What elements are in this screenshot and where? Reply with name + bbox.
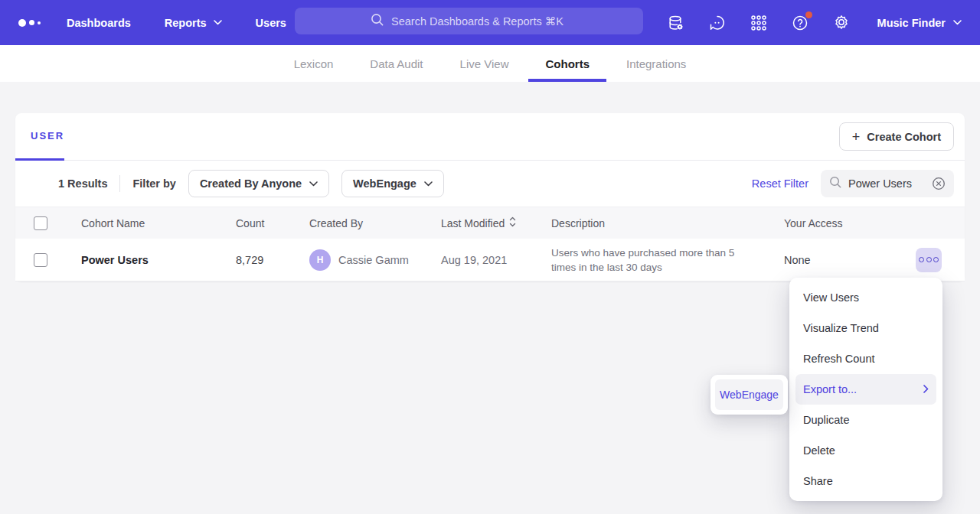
menu-item-visualize-trend[interactable]: Visualize Trend (795, 313, 936, 343)
sort-icon[interactable] (509, 216, 516, 229)
feedback-chat-icon[interactable] (707, 13, 727, 33)
column-header-your-access[interactable]: Your Access (784, 217, 916, 229)
count-cell: 8,729 (236, 254, 309, 266)
row-actions-context-menu: View Users Visualize Trend Refresh Count… (789, 278, 942, 501)
export-to-submenu: WebEngage (710, 375, 788, 415)
created-by-cell: H Cassie Gamm (309, 249, 441, 271)
column-header-description[interactable]: Description (551, 217, 784, 229)
dot-icon (919, 257, 924, 262)
menu-item-label: Export to... (803, 383, 857, 395)
nav-item-label: Dashboards (67, 17, 131, 29)
apps-grid-icon[interactable] (749, 13, 769, 33)
column-header-label: Last Modified (441, 217, 505, 229)
card-header: USER + Create Cohort (15, 113, 965, 161)
cohort-name-cell[interactable]: Power Users (81, 254, 236, 266)
reset-filter-link[interactable]: Reset Filter (752, 177, 808, 190)
menu-item-label: Visualize Trend (803, 322, 879, 334)
column-header-label: Your Access (784, 217, 843, 229)
column-header-cohort-name[interactable]: Cohort Name (81, 217, 236, 229)
row-checkbox[interactable] (34, 253, 47, 267)
table-row[interactable]: Power Users 8,729 H Cassie Gamm Aug 19, … (15, 239, 965, 281)
nav-item-label: Reports (165, 17, 207, 29)
tab-label: Data Audit (370, 57, 423, 70)
global-search-input[interactable] (391, 15, 567, 28)
last-modified-cell: Aug 19, 2021 (441, 254, 551, 266)
cohort-search-box[interactable] (821, 170, 954, 197)
created-by-dropdown[interactable]: Created By Anyone (188, 170, 329, 197)
column-header-created-by[interactable]: Created By (309, 217, 441, 229)
menu-item-label: Duplicate (803, 414, 849, 426)
integration-filter-dropdown[interactable]: WebEngage (341, 170, 444, 197)
description-cell: Users who have purchased more than 5 tim… (551, 246, 743, 275)
filter-by-label: Filter by (132, 177, 175, 190)
search-icon (829, 176, 841, 191)
integration-dropdown-value: WebEngage (353, 177, 416, 190)
nav-right-cluster: Music Finder (666, 13, 962, 33)
cohort-search-input[interactable] (848, 177, 925, 190)
nav-item-reports[interactable]: Reports (165, 17, 222, 29)
table-header-row: Cohort Name Count Created By Last Modifi… (15, 207, 965, 239)
menu-item-share[interactable]: Share (795, 466, 936, 496)
menu-item-label: Refresh Count (803, 353, 875, 365)
row-more-actions-button[interactable] (916, 248, 942, 272)
chevron-down-icon (424, 181, 433, 187)
menu-item-refresh-count[interactable]: Refresh Count (795, 343, 936, 374)
menu-item-export-to[interactable]: Export to... (795, 374, 936, 405)
nav-item-label: Users (256, 17, 286, 29)
notification-badge (805, 11, 812, 18)
section-tabbar: Lexicon Data Audit Live View Cohorts Int… (0, 45, 980, 82)
select-all-checkbox[interactable] (34, 216, 47, 230)
divider (119, 175, 120, 192)
chevron-down-icon (214, 20, 222, 25)
project-name: Music Finder (877, 17, 946, 29)
settings-gear-icon[interactable] (831, 13, 851, 33)
menu-item-duplicate[interactable]: Duplicate (795, 405, 936, 435)
column-header-label: Description (551, 217, 605, 229)
search-icon (371, 13, 384, 29)
column-header-last-modified[interactable]: Last Modified (441, 216, 551, 229)
filter-toolbar: 1 Results Filter by Created By Anyone We… (15, 161, 965, 207)
help-icon[interactable] (790, 13, 810, 33)
tab-live-view[interactable]: Live View (460, 45, 509, 82)
menu-item-view-users[interactable]: View Users (795, 282, 936, 313)
nav-item-users[interactable]: Users (256, 17, 286, 29)
clear-search-icon[interactable] (932, 177, 946, 190)
chevron-down-icon (953, 20, 962, 25)
created-by-name: Cassie Gamm (338, 254, 409, 266)
dot-icon (926, 257, 932, 262)
tab-user-cohorts[interactable]: USER (15, 114, 64, 161)
tab-label: Integrations (626, 57, 686, 70)
menu-item-delete[interactable]: Delete (795, 435, 936, 466)
tab-label: Cohorts (545, 57, 590, 70)
tab-integrations[interactable]: Integrations (626, 45, 686, 82)
top-navigation-bar: Dashboards Reports Users (0, 0, 980, 45)
submenu-item-webengage[interactable]: WebEngage (715, 379, 783, 410)
global-search[interactable] (295, 8, 643, 34)
primary-nav: Dashboards Reports Users (67, 17, 286, 29)
avatar: H (309, 249, 331, 271)
tab-cohorts[interactable]: Cohorts (545, 45, 590, 82)
your-access-cell: None (784, 254, 916, 266)
chevron-down-icon (309, 181, 318, 187)
dot-icon (933, 257, 939, 262)
tab-label: Live View (460, 57, 509, 70)
created-by-dropdown-value: Created By Anyone (200, 177, 302, 190)
mixpanel-logo-icon[interactable] (18, 19, 41, 27)
tab-label: Lexicon (294, 57, 334, 70)
data-management-icon[interactable] (666, 13, 686, 33)
results-count: 1 Results (58, 177, 107, 190)
chevron-right-icon (923, 383, 929, 395)
create-cohort-button[interactable]: + Create Cohort (839, 122, 954, 151)
column-header-label: Cohort Name (81, 217, 145, 229)
project-switcher[interactable]: Music Finder (877, 17, 962, 29)
menu-item-label: Delete (803, 444, 835, 457)
cohorts-card: USER + Create Cohort 1 Results Filter by… (15, 113, 965, 281)
column-header-count[interactable]: Count (236, 217, 309, 229)
menu-item-label: View Users (803, 291, 859, 304)
column-header-label: Created By (309, 217, 363, 229)
create-cohort-label: Create Cohort (867, 131, 941, 143)
nav-item-dashboards[interactable]: Dashboards (67, 17, 131, 29)
tab-data-audit[interactable]: Data Audit (370, 45, 423, 82)
tab-lexicon[interactable]: Lexicon (294, 45, 334, 82)
plus-icon: + (852, 130, 861, 144)
